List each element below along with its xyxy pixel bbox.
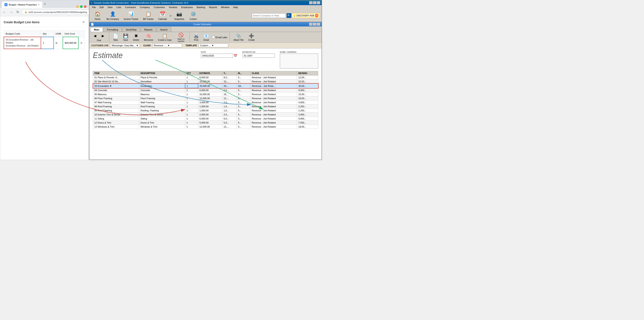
template-dropdown[interactable]: Custom ... ▼ <box>198 44 228 47</box>
menu-contractor[interactable]: Contractor <box>123 6 138 9</box>
estimate-table-row[interactable]: 11 SidingSiding16,000.006,0...5...Revenu… <box>93 117 318 121</box>
find-next-button[interactable]: ► <box>99 33 107 39</box>
attach-file-button[interactable]: 📎 Attach File <box>232 33 245 42</box>
class-dropdown[interactable]: Revenue -... ▼ <box>152 44 182 47</box>
menu-view[interactable]: View <box>106 6 114 9</box>
save-button[interactable]: 💾 Save <box>122 33 130 42</box>
search-button[interactable]: 🔍 <box>287 13 291 18</box>
nav-income-tracker[interactable]: 📊 Income Tracker <box>122 10 140 21</box>
tab-reports[interactable]: Reports <box>140 27 156 32</box>
mark-inactive-button[interactable]: 🚫 Mark As Inactive <box>175 32 188 43</box>
estimate-table-row[interactable]: 07 Wall FramingWall Framing13,000.003,0.… <box>93 100 318 104</box>
browser-tab[interactable]: B Budget • Market Properties × <box>2 2 42 8</box>
qty-cell[interactable] <box>41 37 54 49</box>
item-cell[interactable]: 03 Excavation▼ <box>93 84 118 88</box>
menu-vendors[interactable]: Vendors <box>167 6 179 9</box>
menu-edit[interactable]: Edit <box>98 6 106 9</box>
nav-my-company[interactable]: 👤 My Company <box>104 10 121 21</box>
nav-snapshots[interactable]: 📷 Snapshots <box>172 10 186 21</box>
estimate-table-row[interactable]: 13 Windows & TrimWindows & Trim112,000.0… <box>93 125 318 129</box>
estimate-table-row[interactable]: 03 Excavation▼Excavation120,000.0020,...… <box>93 84 318 88</box>
revenue-cell[interactable]: 30,00... <box>297 84 318 88</box>
name-address-box[interactable] <box>280 54 318 68</box>
estimate-table-row[interactable]: 10 Exterior Trim & DecksExterior Trim & … <box>93 113 318 117</box>
email-later-checkbox[interactable] <box>212 36 215 39</box>
nav-custom[interactable]: ⚙️ Custom <box>187 10 200 21</box>
tab-close-button[interactable]: × <box>38 3 40 6</box>
class-dropdown-arrow: ▼ <box>168 44 170 47</box>
discovery-hub[interactable]: 💡 DISCOVERY HUB 89 <box>292 13 320 18</box>
forward-button[interactable]: → <box>9 10 14 15</box>
close-button[interactable] <box>84 5 86 8</box>
qb-close-button[interactable]: × <box>317 1 320 4</box>
date-input[interactable] <box>201 54 233 58</box>
budget-panel-close[interactable]: × <box>82 20 85 24</box>
qb-minimize-button[interactable]: _ <box>309 1 313 4</box>
nav-bill-tracker[interactable]: 📋 Bill Tracker <box>141 10 156 21</box>
revenue-cell: 3,000... <box>297 113 318 117</box>
search-input[interactable] <box>252 13 286 18</box>
estimates-minimize[interactable]: _ <box>309 23 313 26</box>
nav-calendar[interactable]: 📅 Calendar <box>156 10 169 21</box>
tab-main[interactable]: Main <box>90 27 103 32</box>
estimate-no-input[interactable] <box>242 54 275 58</box>
qty-cell[interactable]: 1 <box>185 84 198 88</box>
menu-help[interactable]: Help <box>232 6 240 9</box>
tab-sendship[interactable]: Send/Ship <box>122 27 140 32</box>
class-dropdown-arrow[interactable]: ▼ <box>276 85 276 87</box>
customer-job-dropdown[interactable]: Wiessinger, Gary:Ma... ▼ <box>110 44 140 47</box>
estimate-table-row[interactable]: 12 Doors & TrimDoors & Trim15,000.005,0.… <box>93 121 318 125</box>
nav-home[interactable]: 🏠 Home <box>91 10 104 21</box>
memorize-button[interactable]: 🧠 Memorize <box>142 33 155 42</box>
menu-employees[interactable]: Employees <box>180 6 194 9</box>
find-prev-button[interactable]: ◄ <box>91 33 99 39</box>
copy-button[interactable]: 📋 Create a Copy <box>156 33 173 42</box>
revenue-cell: 18,00... <box>297 125 318 129</box>
menu-banking[interactable]: Banking <box>195 6 207 9</box>
tab-search[interactable]: Search <box>156 27 171 32</box>
menu-reports[interactable]: Reports <box>207 6 219 9</box>
trash-icon[interactable]: 🗑 <box>80 41 83 44</box>
estimate-table-row[interactable]: 08 Roof FramingRoof Framing11,500.001,5.… <box>93 104 318 109</box>
create-button[interactable]: ➕ Create <box>246 33 256 42</box>
tab-formatting[interactable]: Formatting <box>103 27 122 32</box>
minimize-button[interactable] <box>76 5 79 8</box>
item-dropdown-arrow[interactable]: ▼ <box>110 85 112 87</box>
estimate-table-row[interactable]: 01 Plans & Permits :0...Plans & Permits1… <box>93 76 318 80</box>
delete-button[interactable]: ✖ Delete <box>132 33 141 42</box>
t-cell[interactable]: 20,... <box>222 84 237 88</box>
estimates-close[interactable]: × <box>317 23 320 26</box>
m-cell: 5... <box>236 121 250 125</box>
back-button[interactable]: ← <box>2 10 7 15</box>
estimate-table-row[interactable]: 09 Roof FlashingRoofing, Flashing11,500.… <box>93 109 318 113</box>
qty-input[interactable] <box>43 42 51 44</box>
estimate-table-row[interactable]: 06 Floor FramingFloor Framing112,000.001… <box>93 96 318 100</box>
estimate-table-row[interactable]: 05 MasonryMasonry110,000.0010,...5...Rev… <box>93 92 318 96</box>
desc-cell[interactable]: Excavation <box>139 84 185 88</box>
maximize-button[interactable] <box>80 5 83 8</box>
print-button[interactable]: 🖨️ Print <box>192 33 200 42</box>
refresh-button[interactable]: ↻ <box>16 10 20 15</box>
menu-customers[interactable]: Customers <box>152 6 166 9</box>
menu-file[interactable]: File <box>90 6 98 9</box>
qb-restore-button[interactable]: □ <box>313 1 316 4</box>
estimate-table-row[interactable]: 02 Site Work:02.10 De...Demolition115,00… <box>93 80 318 84</box>
customer-job-label: CUSTOMER:JOB <box>91 44 108 47</box>
create-label: Create <box>248 39 255 41</box>
tab-title: Budget • Market Properties <box>9 4 37 6</box>
menu-lists[interactable]: Lists <box>114 6 123 9</box>
email-button[interactable]: 📧 Email <box>202 33 210 42</box>
attach-file-icon: 📎 <box>236 33 241 38</box>
mark-inactive-label: Mark As Inactive <box>176 38 186 42</box>
new-tab-button[interactable]: + <box>42 2 48 7</box>
menu-window[interactable]: Window <box>219 6 231 9</box>
address-bar[interactable]: 🔒 us02.procore.com/projects/598134325745… <box>22 10 94 15</box>
menu-company[interactable]: Company <box>138 6 152 9</box>
class-cell[interactable]: Revenue - Job Relat...▼ <box>250 84 276 88</box>
calendar-picker-icon[interactable]: 📅 <box>234 54 237 57</box>
estimate-table-row[interactable]: 04 ConcreteConcrete16,000.006,0...5...Re… <box>93 88 318 92</box>
estimate-cell[interactable]: 20,000.00 <box>198 84 222 88</box>
new-button[interactable]: 📄 New <box>112 33 120 42</box>
estimates-restore[interactable]: □ <box>313 23 316 26</box>
m-cell[interactable]: 5A... <box>236 84 250 88</box>
